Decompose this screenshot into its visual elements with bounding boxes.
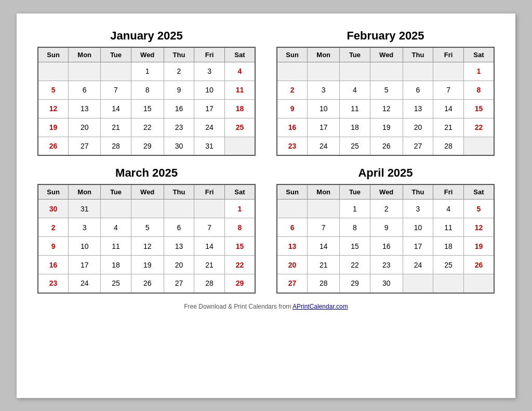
day-cell — [308, 200, 340, 218]
day-header-fri: Fri — [194, 184, 225, 200]
day-cell: 16 — [277, 118, 308, 137]
day-cell: 3 — [403, 200, 433, 218]
day-cell: 11 — [101, 237, 131, 256]
day-cell: 19 — [463, 237, 494, 256]
day-cell — [463, 274, 494, 293]
day-header-wed: Wed — [131, 184, 164, 200]
day-cell: 29 — [131, 137, 164, 155]
day-header-sat: Sat — [224, 184, 255, 200]
day-cell: 20 — [277, 256, 308, 274]
day-cell: 18 — [433, 237, 464, 256]
calendar-apr2025: April 2025SunMonTueWedThuFriSat123456789… — [276, 166, 495, 294]
day-header-tue: Tue — [101, 47, 131, 62]
day-cell — [131, 200, 164, 218]
day-cell: 4 — [433, 200, 464, 218]
day-cell: 23 — [38, 274, 69, 293]
day-cell: 23 — [370, 256, 403, 274]
day-cell: 28 — [433, 137, 464, 155]
day-cell: 4 — [224, 62, 255, 81]
day-header-wed: Wed — [370, 47, 403, 62]
day-cell: 12 — [38, 99, 69, 118]
day-header-sat: Sat — [224, 47, 255, 62]
calendar-title-apr2025: April 2025 — [276, 166, 495, 180]
day-header-tue: Tue — [340, 47, 370, 62]
day-cell: 15 — [340, 237, 370, 256]
footer-link[interactable]: APrintCalendar.com — [292, 303, 348, 310]
day-cell: 24 — [308, 137, 340, 155]
day-cell: 9 — [164, 81, 194, 99]
day-cell: 22 — [131, 118, 164, 137]
day-cell — [277, 200, 308, 218]
day-header-sun: Sun — [277, 184, 308, 200]
day-cell: 10 — [69, 237, 101, 256]
day-cell: 16 — [38, 256, 69, 274]
day-cell: 11 — [340, 99, 370, 118]
calendar-table-jan2025: SunMonTueWedThuFriSat1234567891011121314… — [37, 47, 256, 156]
day-cell: 14 — [101, 99, 131, 118]
day-header-fri: Fri — [194, 47, 225, 62]
day-header-mon: Mon — [308, 184, 340, 200]
day-cell — [340, 62, 370, 81]
calendar-jan2025: January 2025SunMonTueWedThuFriSat1234567… — [37, 29, 256, 156]
day-header-sun: Sun — [38, 47, 69, 62]
day-header-sat: Sat — [463, 47, 494, 62]
day-cell: 22 — [340, 256, 370, 274]
day-cell: 22 — [224, 256, 255, 274]
day-header-wed: Wed — [370, 184, 403, 200]
day-cell: 17 — [308, 118, 340, 137]
calendar-feb2025: February 2025SunMonTueWedThuFriSat123456… — [276, 29, 495, 156]
day-cell — [403, 62, 433, 81]
day-cell: 16 — [164, 99, 194, 118]
day-cell — [101, 62, 131, 81]
day-cell — [69, 62, 101, 81]
day-cell: 30 — [370, 274, 403, 293]
day-cell: 1 — [224, 200, 255, 218]
calendars-grid: January 2025SunMonTueWedThuFriSat1234567… — [37, 29, 495, 294]
day-cell — [370, 62, 403, 81]
day-header-sat: Sat — [463, 184, 494, 200]
day-cell: 13 — [403, 99, 433, 118]
day-cell: 5 — [131, 218, 164, 237]
day-cell: 29 — [340, 274, 370, 293]
day-cell: 27 — [69, 137, 101, 155]
day-header-thu: Thu — [403, 184, 433, 200]
day-cell: 8 — [131, 81, 164, 99]
day-cell: 11 — [224, 81, 255, 99]
day-header-sun: Sun — [277, 47, 308, 62]
calendar-mar2025: March 2025SunMonTueWedThuFriSat303112345… — [37, 166, 256, 294]
day-cell: 24 — [194, 118, 225, 137]
day-cell: 4 — [101, 218, 131, 237]
day-cell — [308, 62, 340, 81]
day-cell: 13 — [69, 99, 101, 118]
calendar-table-feb2025: SunMonTueWedThuFriSat1234567891011121314… — [276, 47, 495, 156]
day-cell: 17 — [403, 237, 433, 256]
day-cell: 1 — [131, 62, 164, 81]
day-header-sun: Sun — [38, 184, 69, 200]
day-header-thu: Thu — [164, 47, 194, 62]
day-cell — [277, 62, 308, 81]
day-cell: 4 — [340, 81, 370, 99]
day-cell: 26 — [370, 137, 403, 155]
day-cell: 24 — [403, 256, 433, 274]
day-cell: 22 — [463, 118, 494, 137]
day-cell: 26 — [38, 137, 69, 155]
day-header-mon: Mon — [69, 184, 101, 200]
day-header-tue: Tue — [101, 184, 131, 200]
day-cell: 9 — [370, 218, 403, 237]
day-cell: 3 — [308, 81, 340, 99]
day-cell: 14 — [433, 99, 464, 118]
day-cell: 26 — [131, 274, 164, 293]
day-cell: 25 — [340, 137, 370, 155]
day-cell: 10 — [194, 81, 225, 99]
day-cell: 8 — [463, 81, 494, 99]
day-cell: 3 — [69, 218, 101, 237]
day-cell: 30 — [38, 200, 69, 218]
day-cell: 8 — [340, 218, 370, 237]
day-cell: 25 — [433, 256, 464, 274]
day-cell: 9 — [277, 99, 308, 118]
day-cell: 24 — [69, 274, 101, 293]
day-cell: 6 — [403, 81, 433, 99]
day-cell — [463, 137, 494, 155]
day-cell — [101, 200, 131, 218]
day-header-fri: Fri — [433, 47, 464, 62]
